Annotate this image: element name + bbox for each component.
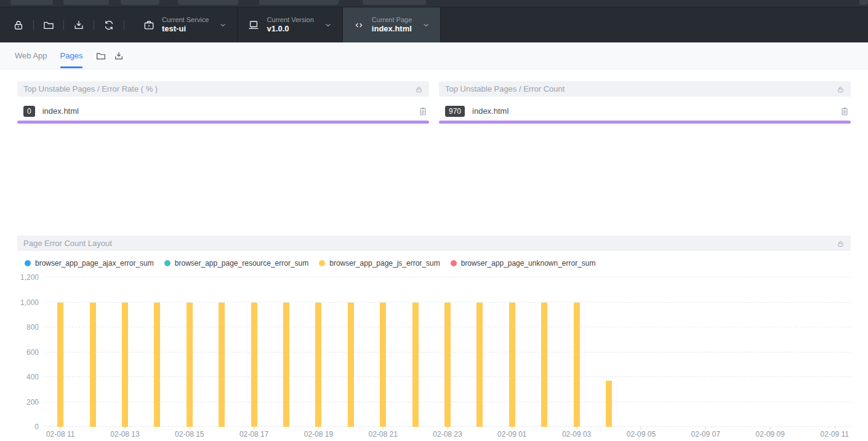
cutoff-button[interactable] — [363, 0, 426, 5]
tab-pages[interactable]: Pages — [60, 42, 83, 70]
divider — [124, 20, 124, 30]
bar-browser_app_page_js_error_sum — [541, 303, 547, 427]
lock-icon[interactable] — [837, 85, 845, 93]
chart-plot: 02004006008001,0001,20002-08 1102-08 130… — [44, 277, 851, 427]
x-axis-tick — [512, 427, 512, 429]
chevron-down-icon — [422, 21, 430, 30]
lock-icon[interactable] — [837, 239, 845, 247]
x-axis-tick — [254, 427, 254, 429]
legend-item[interactable]: browser_app_page_unknown_error_sum — [451, 259, 596, 268]
cutoff-button[interactable] — [178, 0, 238, 5]
x-axis-label: 02-08 13 — [110, 430, 139, 439]
selector-value: index.html — [372, 24, 412, 34]
bar-browser_app_page_js_error_sum — [283, 303, 289, 427]
x-axis-label: 02-08 15 — [175, 430, 204, 439]
tab-bar: Web App Pages — [0, 42, 868, 70]
x-axis-label: 02-09 01 — [497, 430, 526, 439]
list-item: 0 index.html — [17, 105, 429, 117]
current-service-selector[interactable]: Current Service test-ui — [133, 7, 237, 42]
x-axis-label: 02-09 09 — [755, 430, 784, 439]
cutoff-button[interactable] — [859, 0, 868, 5]
bar-browser_app_page_js_error_sum — [219, 303, 225, 427]
x-axis-tick — [125, 427, 126, 429]
legend-dot — [25, 260, 31, 266]
lock-icon[interactable] — [12, 19, 25, 31]
top-strip — [0, 0, 868, 7]
x-axis-tick — [318, 427, 319, 429]
cutoff-button[interactable] — [259, 0, 339, 5]
bar-browser_app_page_js_error_sum — [574, 303, 580, 427]
bar-browser_app_page_js_error_sum — [122, 303, 128, 427]
legend-dot — [164, 260, 171, 266]
bar-browser_app_page_js_error_sum — [57, 303, 63, 427]
tab-web-app[interactable]: Web App — [15, 42, 47, 70]
list-item: 970 index.html — [439, 105, 851, 117]
legend-label: browser_app_page_ajax_error_sum — [35, 259, 154, 268]
bar-browser_app_page_js_error_sum — [380, 303, 386, 427]
legend-item[interactable]: browser_app_page_js_error_sum — [319, 259, 440, 268]
panel-header: Top Unstable Pages / Error Rate ( % ) — [17, 81, 429, 97]
x-axis-label: 02-09 05 — [627, 430, 656, 439]
bar-browser_app_page_js_error_sum — [476, 303, 483, 427]
bar-browser_app_page_js_error_sum — [315, 303, 321, 427]
cutoff-button[interactable] — [10, 0, 53, 5]
main-content: Top Unstable Pages / Error Rate ( % ) 0 … — [0, 81, 868, 439]
selector-value: v1.0.0 — [267, 24, 313, 34]
panel-error-count: Top Unstable Pages / Error Count 970 ind… — [439, 81, 851, 124]
code-icon — [353, 19, 365, 31]
x-axis-label: 02-09 03 — [562, 430, 591, 439]
bar-browser_app_page_js_error_sum — [187, 303, 193, 427]
bar-browser_app_page_js_error_sum — [348, 303, 354, 427]
x-axis-label: 02-08 17 — [239, 430, 268, 439]
value-badge: 970 — [445, 106, 465, 117]
current-page-selector[interactable]: Current Page index.html — [343, 7, 440, 42]
y-axis-label: 600 — [26, 348, 39, 357]
page-name: index.html — [472, 106, 508, 116]
bar-browser_app_page_js_error_sum — [412, 303, 419, 427]
panel-title: Page Error Count Layout — [23, 239, 112, 248]
bar-browser_app_page_js_error_sum — [154, 303, 160, 427]
lock-icon[interactable] — [415, 85, 423, 93]
briefcase-icon — [143, 19, 155, 31]
progress-bar — [17, 121, 429, 124]
selector-label: Current Service — [162, 15, 209, 24]
toolbar: Current Service test-ui Current Version … — [0, 7, 868, 42]
progress-bar — [439, 121, 851, 124]
x-axis-label: 02-08 21 — [369, 430, 398, 439]
legend-dot — [319, 260, 325, 266]
legend-item[interactable]: browser_app_page_resource_error_sum — [164, 259, 308, 268]
clipboard-icon[interactable] — [840, 106, 850, 116]
folder-icon[interactable] — [95, 50, 106, 62]
legend-label: browser_app_page_js_error_sum — [329, 259, 440, 268]
import-icon[interactable] — [73, 19, 85, 31]
chevron-down-icon — [219, 21, 227, 30]
x-axis-tick — [834, 427, 835, 429]
x-axis-tick — [383, 427, 384, 429]
legend-label: browser_app_page_unknown_error_sum — [461, 259, 596, 268]
download-icon[interactable] — [113, 50, 124, 62]
folder-icon[interactable] — [42, 19, 55, 31]
legend-label: browser_app_page_resource_error_sum — [175, 259, 308, 268]
bar-browser_app_page_js_error_sum — [509, 303, 515, 427]
bar-chart: 02004006008001,0001,20002-08 1102-08 130… — [17, 271, 851, 439]
current-version-selector[interactable]: Current Version v1.0.0 — [238, 7, 342, 42]
x-axis-tick — [641, 427, 641, 429]
cutoff-button[interactable] — [63, 0, 109, 5]
panel-header: Top Unstable Pages / Error Count — [439, 81, 851, 97]
cutoff-button[interactable] — [121, 0, 159, 5]
bar-browser_app_page_js_error_sum — [444, 303, 451, 427]
bar-browser_app_page_js_error_sum — [90, 303, 96, 427]
x-axis-tick — [60, 427, 61, 429]
chevron-down-icon — [324, 21, 332, 30]
x-axis-label: 02-08 19 — [304, 430, 333, 439]
x-axis-label: 02-09 11 — [821, 430, 849, 439]
chart-legend: browser_app_page_ajax_error_sumbrowser_a… — [17, 259, 851, 268]
refresh-icon[interactable] — [103, 19, 115, 31]
legend-item[interactable]: browser_app_page_ajax_error_sum — [25, 259, 154, 268]
page-name: index.html — [42, 106, 79, 116]
clipboard-icon[interactable] — [418, 106, 428, 116]
gridline — [44, 277, 851, 277]
panel-header: Page Error Count Layout — [17, 236, 851, 251]
panel-title: Top Unstable Pages / Error Count — [445, 84, 565, 93]
divider — [33, 20, 34, 30]
